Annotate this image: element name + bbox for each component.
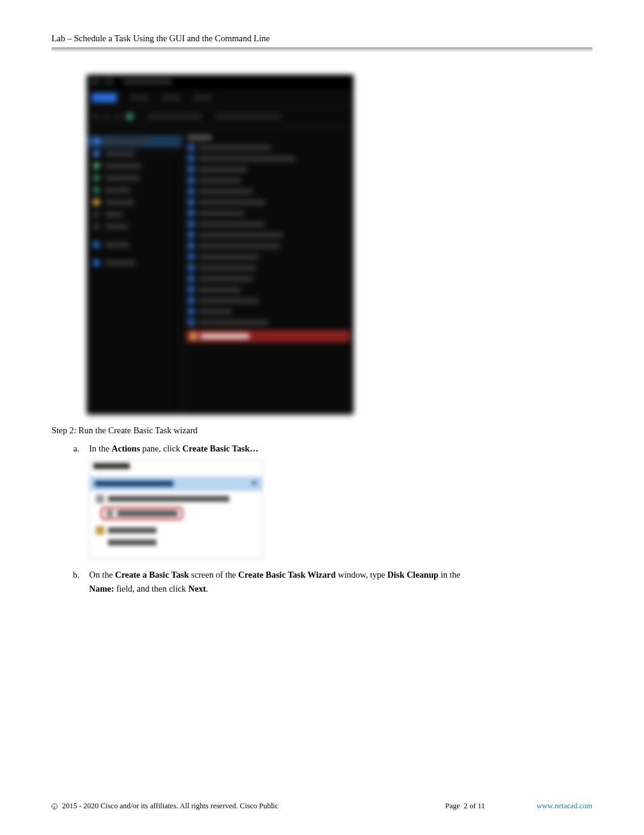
- list-marker: b.: [69, 568, 79, 595]
- window-control-icon: [90, 78, 100, 86]
- folder-icon: [93, 211, 100, 218]
- ribbon-tab[interactable]: [130, 95, 149, 101]
- folder-icon: [93, 186, 100, 194]
- task-scheduler-header[interactable]: [90, 476, 262, 491]
- chevron-up-icon: [251, 482, 257, 485]
- file-icon: [187, 209, 195, 217]
- list-item[interactable]: [198, 221, 265, 227]
- list-item[interactable]: [198, 320, 268, 325]
- file-icon: [187, 275, 195, 282]
- list-item[interactable]: [198, 178, 241, 183]
- action-icon: [106, 510, 113, 517]
- folder-icon: [93, 198, 100, 206]
- folder-icon: [93, 138, 100, 145]
- action-item[interactable]: [108, 496, 229, 502]
- list-item[interactable]: [198, 309, 232, 314]
- forward-icon[interactable]: [104, 113, 110, 120]
- action-item[interactable]: [108, 527, 156, 533]
- network-icon: [93, 259, 100, 266]
- nav-label[interactable]: [105, 188, 130, 193]
- nav-label[interactable]: [105, 224, 128, 229]
- copyright-icon: c: [52, 803, 58, 810]
- action-icon: [96, 495, 104, 503]
- breadcrumb[interactable]: [147, 113, 202, 120]
- list-item[interactable]: [198, 211, 244, 216]
- step-text: On the Create a Basic Task screen of the…: [89, 568, 592, 595]
- list-item[interactable]: [198, 145, 271, 150]
- list-item[interactable]: [198, 189, 253, 194]
- step-heading: Step 2: Run the Create Basic Task wizard: [52, 425, 592, 436]
- actions-header: [93, 463, 130, 469]
- window-control-icon: [104, 78, 113, 86]
- nav-label[interactable]: [105, 242, 129, 248]
- header-divider: [52, 47, 592, 52]
- list-item[interactable]: [198, 287, 241, 292]
- window-title-placeholder: [123, 79, 172, 84]
- nav-label[interactable]: [105, 175, 140, 181]
- list-item[interactable]: [198, 243, 280, 249]
- action-label: [117, 510, 178, 516]
- nav-label[interactable]: [105, 163, 141, 169]
- list-item[interactable]: [198, 200, 265, 205]
- list-item[interactable]: [198, 156, 295, 161]
- list-item[interactable]: [198, 254, 259, 260]
- up-icon[interactable]: [115, 113, 121, 120]
- list-item[interactable]: [198, 265, 256, 271]
- nav-label[interactable]: [105, 200, 134, 205]
- list-item[interactable]: [198, 298, 259, 303]
- document-title: Lab – Schedule a Task Using the GUI and …: [52, 33, 592, 44]
- file-icon: [187, 297, 195, 304]
- column-header[interactable]: [187, 135, 212, 140]
- file-icon: [187, 177, 195, 184]
- nav-label[interactable]: [105, 212, 123, 217]
- screenshot-actions-pane: [89, 460, 263, 558]
- folder-icon: [93, 162, 100, 169]
- list-marker: a.: [69, 442, 79, 564]
- file-icon: [187, 220, 195, 228]
- folder-icon: [93, 174, 100, 181]
- action-item[interactable]: [108, 539, 156, 546]
- file-icon: [187, 253, 195, 260]
- ribbon-tab-active[interactable]: [92, 93, 117, 103]
- nav-label[interactable]: [105, 260, 135, 266]
- list-item[interactable]: [198, 167, 247, 172]
- pc-icon: [93, 241, 100, 248]
- file-icon: [187, 198, 195, 206]
- nav-label[interactable]: [105, 151, 135, 157]
- file-icon: [187, 286, 195, 293]
- nav-pane: [87, 127, 183, 414]
- list-item[interactable]: [198, 232, 283, 238]
- file-icon: [187, 166, 195, 173]
- file-icon: [187, 308, 195, 315]
- back-icon[interactable]: [93, 113, 99, 120]
- action-icon: [96, 526, 104, 535]
- file-icon: [187, 242, 195, 249]
- breadcrumb[interactable]: [215, 113, 282, 120]
- clock-icon: [190, 333, 197, 340]
- screenshot-admin-tools: [87, 75, 354, 414]
- task-scheduler-item[interactable]: [186, 330, 350, 342]
- list-item-label: [201, 333, 249, 339]
- file-list: [183, 127, 354, 414]
- page-footer: c 2015 - 2020 Cisco and/or its affiliate…: [52, 802, 592, 811]
- page-number: Page 2 of 11: [278, 802, 537, 811]
- file-icon: [187, 231, 195, 238]
- folder-icon: [93, 223, 100, 230]
- file-icon: [187, 144, 195, 151]
- file-icon: [187, 264, 195, 271]
- folder-icon: [93, 150, 100, 157]
- create-basic-task-action[interactable]: [101, 507, 183, 520]
- file-icon: [187, 319, 195, 326]
- netacad-link[interactable]: www.netacad.com: [537, 802, 592, 811]
- file-icon: [187, 155, 195, 162]
- step-text: In the Actions pane, click Create Basic …: [89, 442, 592, 564]
- ribbon-tab[interactable]: [193, 95, 212, 101]
- copyright-text: 2015 - 2020 Cisco and/or its affiliates.…: [62, 802, 278, 810]
- list-item[interactable]: [198, 276, 253, 282]
- section-label: [95, 481, 173, 487]
- refresh-icon[interactable]: [126, 112, 134, 121]
- nav-label[interactable]: [105, 139, 147, 144]
- file-icon: [187, 188, 195, 195]
- ribbon-tab[interactable]: [162, 95, 180, 101]
